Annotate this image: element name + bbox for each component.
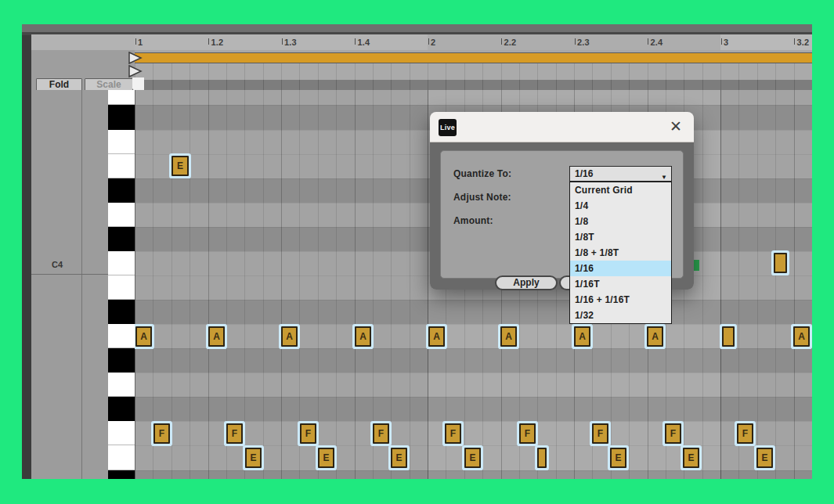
lane-gridline	[775, 80, 776, 90]
quantize-option[interactable]: 1/8	[570, 214, 671, 229]
quantize-option[interactable]: 1/4	[570, 198, 671, 214]
piano-key-fs3[interactable]	[108, 397, 135, 421]
midi-note-a3[interactable]: A	[574, 326, 590, 347]
lane-gridline	[775, 63, 776, 80]
octave-label-c4: C4	[52, 260, 63, 269]
quantize-dialog-titlebar[interactable]: Live ✕	[430, 112, 694, 142]
grid-line	[373, 90, 374, 479]
grid-line	[208, 90, 209, 479]
quantize-option[interactable]: 1/32	[570, 308, 671, 323]
piano-key-b3[interactable]	[108, 275, 135, 300]
midi-note-f3[interactable]: F	[665, 423, 681, 444]
piano-key-gs3[interactable]	[108, 348, 135, 373]
midi-note-a3[interactable]: A	[281, 326, 298, 347]
ruler-beat-label: 2.3	[577, 38, 590, 47]
midi-note-f3[interactable]: F	[226, 423, 243, 444]
midi-note-f3[interactable]: F	[737, 423, 753, 444]
midi-note-a3[interactable]: A	[355, 326, 371, 347]
piano-key-cs4[interactable]	[108, 227, 135, 251]
screen: 11.21.31.422.22.32.433.2 Fold Scale C4 E…	[0, 0, 834, 504]
piano-keyboard[interactable]	[108, 90, 135, 479]
ruler-tick	[501, 38, 502, 45]
midi-note-e3[interactable]: E	[610, 448, 626, 468]
lane-gridline	[556, 80, 557, 90]
piano-key-ds3[interactable]	[108, 470, 135, 479]
piano-key-ds4[interactable]	[108, 178, 135, 203]
midi-note-f3[interactable]: F	[519, 423, 536, 444]
quantize-option[interactable]: 1/8T	[570, 229, 671, 245]
midi-note-e3[interactable]	[537, 448, 547, 468]
beat-time-ruler[interactable]: 11.21.31.422.22.32.433.2	[135, 34, 812, 50]
midi-note-f3[interactable]: F	[445, 423, 461, 444]
grid-line	[244, 90, 245, 479]
piano-key-c4[interactable]	[108, 251, 135, 275]
lane-gridline	[611, 80, 612, 90]
lane-gridline	[738, 63, 739, 80]
midi-note-c4[interactable]	[774, 253, 787, 273]
lane-gridline	[171, 80, 172, 90]
midi-note-e3[interactable]: E	[391, 448, 407, 468]
piano-key-fs4[interactable]	[108, 105, 135, 129]
midi-note-a3[interactable]: A	[135, 326, 152, 347]
grid-line	[281, 90, 282, 479]
piano-key-g4[interactable]	[108, 90, 135, 105]
midi-note-a3[interactable]	[722, 326, 735, 347]
lane-gridline	[702, 63, 703, 80]
midi-note-f3[interactable]: F	[300, 423, 316, 444]
quantize-option[interactable]: 1/16 + 1/16T	[570, 292, 671, 308]
lane-gridline	[720, 63, 721, 80]
midi-note-a3[interactable]: A	[500, 326, 517, 347]
piano-key-f4[interactable]	[108, 130, 135, 154]
row-line	[135, 324, 812, 325]
lane-gridline	[355, 80, 356, 90]
ruler-tick	[428, 38, 429, 45]
midi-note-f3[interactable]: F	[153, 423, 170, 444]
midi-note-e4[interactable]: E	[171, 156, 189, 176]
piano-key-e4[interactable]	[108, 154, 135, 178]
loop-brace[interactable]	[135, 52, 812, 63]
lane-gridline	[428, 80, 428, 90]
lane-gridline	[226, 63, 227, 80]
ruler-beat-label: 1.4	[358, 38, 370, 47]
lane-gridline	[464, 80, 465, 90]
midi-note-a3[interactable]: A	[208, 326, 225, 347]
grid-line	[720, 90, 721, 479]
loop-start-marker-icon[interactable]	[128, 52, 143, 64]
ruler-tick	[794, 38, 795, 45]
apply-button[interactable]: Apply	[495, 275, 558, 290]
close-icon[interactable]: ✕	[667, 118, 684, 135]
piano-key-a3[interactable]	[108, 324, 135, 348]
piano-key-g3[interactable]	[108, 373, 135, 397]
piano-key-d4[interactable]	[108, 203, 135, 227]
quantize-to-dropdown-list: Current Grid1/41/81/8T1/8 + 1/8T1/161/16…	[569, 182, 672, 324]
midi-note-a3[interactable]: A	[793, 326, 810, 347]
lane-gridline	[501, 63, 502, 80]
quantize-to-select[interactable]: 1/16 ▼	[569, 166, 672, 182]
lane-gridline	[355, 63, 356, 80]
quantize-option[interactable]: 1/16	[570, 261, 671, 276]
row-line	[135, 348, 812, 349]
piano-key-f3[interactable]	[108, 421, 135, 445]
midi-note-e3[interactable]: E	[683, 448, 699, 468]
start-marker-icon[interactable]	[128, 65, 143, 77]
lane-gridline	[519, 63, 520, 80]
midi-note-a3[interactable]: A	[647, 326, 663, 347]
piano-key-as3[interactable]	[108, 300, 135, 324]
midi-note-e3[interactable]: E	[318, 448, 334, 468]
midi-note-e3[interactable]: E	[464, 448, 481, 468]
midi-note-f3[interactable]: F	[373, 423, 389, 444]
black-key-row-stripe	[135, 348, 812, 373]
midi-note-a3[interactable]: A	[428, 326, 445, 347]
lane-gridline	[537, 63, 538, 80]
quantize-option[interactable]: Current Grid	[570, 182, 671, 198]
black-key-row-stripe	[135, 300, 812, 324]
midi-note-e3[interactable]: E	[245, 448, 262, 468]
midi-note-f3[interactable]: F	[592, 423, 608, 444]
quantize-to-label: Quantize To:	[453, 168, 511, 179]
midi-note-e3[interactable]: E	[756, 448, 773, 468]
piano-key-e3[interactable]	[108, 445, 135, 470]
lane-gridline	[738, 80, 739, 90]
ruler-beat-label: 3.2	[797, 38, 810, 47]
quantize-option[interactable]: 1/16T	[570, 276, 671, 292]
quantize-option[interactable]: 1/8 + 1/8T	[570, 245, 671, 261]
